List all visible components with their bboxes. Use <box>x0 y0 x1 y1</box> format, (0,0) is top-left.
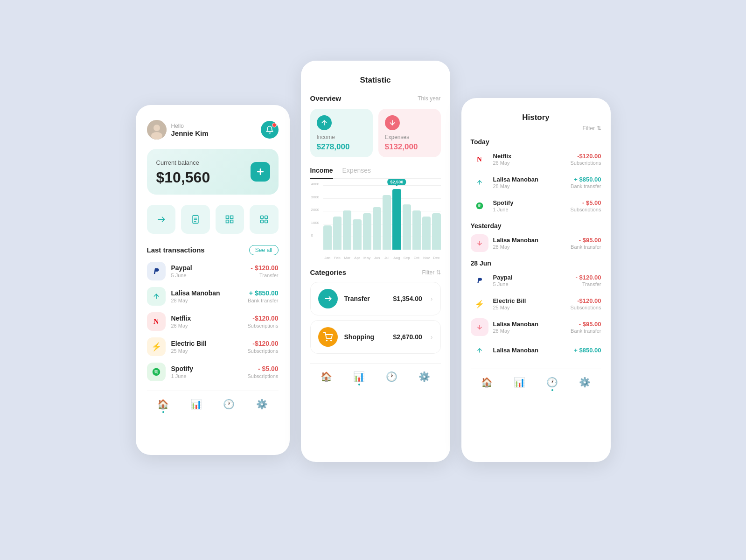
nav-stats[interactable]: 📊 <box>353 371 365 385</box>
nav-home[interactable]: 🏠 <box>321 371 332 385</box>
list-item[interactable]: Paypal 5 June - $120.00 Transfer <box>471 272 601 289</box>
txn-details: Paypal 5 June <box>171 264 245 278</box>
history-filter-button[interactable]: Filter ⇅ <box>583 125 601 132</box>
lalisa-up-icon <box>471 234 488 252</box>
qa-scan-button[interactable] <box>216 205 244 234</box>
svg-rect-11 <box>226 220 229 223</box>
see-all-button[interactable]: See all <box>249 245 279 255</box>
overview-label: Overview <box>310 94 342 102</box>
qa-document-button[interactable] <box>181 205 210 234</box>
right-card: History Filter ⇅ Today N Netflix 26 May … <box>461 98 611 462</box>
overview-cards: Income $278,000 Expenses $132,000 <box>310 109 441 157</box>
history-title: History <box>471 113 601 122</box>
nav-settings[interactable]: ⚙️ <box>256 399 268 413</box>
svg-rect-15 <box>260 220 263 223</box>
filter-button[interactable]: Filter ⇅ <box>422 269 441 276</box>
categories-header: Categories Filter ⇅ <box>310 268 441 276</box>
category-transfer[interactable]: Transfer $1,354.00 › <box>310 282 441 315</box>
notification-button[interactable] <box>261 121 279 139</box>
nav-history[interactable]: 🕐 <box>223 399 235 413</box>
nav-home[interactable]: 🏠 <box>481 377 493 391</box>
expense-icon <box>385 115 400 130</box>
transactions-header: Last transactions See all <box>147 245 279 255</box>
list-item[interactable]: Lalisa Manoban + $850.00 <box>471 342 601 359</box>
income-icon <box>317 115 332 130</box>
table-row[interactable]: Spotify 1 June - $5.00 Subscriptions <box>147 363 279 381</box>
list-item[interactable]: N Netflix 26 May -$120.00 Subscriptions <box>471 150 601 168</box>
year-select[interactable]: This year <box>418 95 440 102</box>
qa-grid-button[interactable] <box>250 205 279 234</box>
left-header: Hello Jennie Kim <box>147 120 279 140</box>
nav-home[interactable]: 🏠 <box>157 399 169 413</box>
center-title: Statistic <box>310 76 441 85</box>
svg-point-21 <box>326 340 327 341</box>
spotify-icon <box>147 363 166 381</box>
svg-rect-13 <box>260 216 263 218</box>
table-row[interactable]: Lalisa Manoban 28 May + $850.00 Bank tra… <box>147 287 279 306</box>
user-name: Jennie Kim <box>171 129 209 137</box>
balance-card: Current balance $10,560 <box>147 149 279 195</box>
txn-amount: - $120.00 Transfer <box>251 264 278 278</box>
income-label: Income <box>317 134 366 140</box>
income-amount: $278,000 <box>317 142 366 152</box>
category-shopping[interactable]: Shopping $2,670.00 › <box>310 320 441 354</box>
qa-transfer-button[interactable] <box>147 205 176 234</box>
svg-point-22 <box>330 340 331 341</box>
nav-history[interactable]: 🕐 <box>386 371 397 385</box>
bar-chart: 40003000200010000$2,500JanFebMarAprMayJu… <box>310 185 441 260</box>
center-bottom-nav: 🏠 📊 🕐 ⚙️ <box>310 363 441 387</box>
electric-icon: ⚡ <box>471 295 488 313</box>
svg-rect-12 <box>230 220 233 223</box>
right-bottom-nav: 🏠 📊 🕐 ⚙️ <box>471 369 601 393</box>
lalisa-down2-icon <box>471 342 488 359</box>
left-bottom-nav: 🏠 📊 🕐 ⚙️ <box>147 391 279 415</box>
table-row[interactable]: Paypal 5 June - $120.00 Transfer <box>147 262 279 280</box>
svg-rect-16 <box>265 220 267 223</box>
spotify-icon <box>471 197 488 215</box>
group-today: Today <box>471 138 601 146</box>
categories-label: Categories <box>310 268 347 276</box>
quick-actions <box>147 205 279 234</box>
table-row[interactable]: ⚡ Electric Bill 25 May -$120.00 Subscrip… <box>147 337 279 356</box>
expense-card: Expenses $132,000 <box>378 109 441 157</box>
electric-icon: ⚡ <box>147 337 166 356</box>
shopping-cat-icon <box>318 327 338 347</box>
tab-income[interactable]: Income <box>310 167 333 179</box>
list-item[interactable]: Lalisa Manoban 28 May + $850.00 Bank tra… <box>471 174 601 191</box>
paypal-icon <box>471 272 488 289</box>
netflix-icon: N <box>147 312 166 331</box>
group-28jun: 28 Jun <box>471 259 601 267</box>
list-item[interactable]: Spotify 1 June - $5.00 Subscriptions <box>471 197 601 215</box>
avatar <box>147 120 167 140</box>
nav-stats[interactable]: 📊 <box>514 377 525 391</box>
overview-header: Overview This year <box>310 94 441 102</box>
list-item[interactable]: Lalisa Manoban 28 May - $95.00 Bank tran… <box>471 318 601 336</box>
list-item[interactable]: Lalisa Manoban 28 May - $95.00 Bank tran… <box>471 234 601 252</box>
history-yesterday-list: Lalisa Manoban 28 May - $95.00 Bank tran… <box>471 234 601 252</box>
add-button[interactable] <box>251 162 270 182</box>
expense-amount: $132,000 <box>385 142 434 152</box>
nav-history[interactable]: 🕐 <box>546 377 558 391</box>
lalisa-up2-icon <box>471 318 488 336</box>
svg-point-1 <box>153 125 160 131</box>
expense-label: Expenses <box>385 134 434 140</box>
user-info: Hello Jennie Kim <box>147 120 209 140</box>
tab-expenses[interactable]: Expenses <box>342 167 371 178</box>
history-today-list: N Netflix 26 May -$120.00 Subscriptions … <box>471 150 601 215</box>
history-filter: Filter ⇅ <box>471 125 601 132</box>
group-yesterday: Yesterday <box>471 222 601 230</box>
notification-badge <box>272 123 277 127</box>
left-card: Hello Jennie Kim Current balance $10,560 <box>136 105 290 455</box>
transaction-list: Paypal 5 June - $120.00 Transfer Lalisa … <box>147 262 279 381</box>
nav-settings[interactable]: ⚙️ <box>579 377 591 391</box>
transfer-cat-icon <box>318 289 338 308</box>
svg-rect-14 <box>265 216 267 218</box>
nav-settings[interactable]: ⚙️ <box>418 371 430 385</box>
lalisa-icon <box>147 287 166 306</box>
center-card: Statistic Overview This year Income $278… <box>301 61 450 462</box>
screens-container: Hello Jennie Kim Current balance $10,560 <box>117 51 629 509</box>
chart-tabs: Income Expenses <box>310 167 441 179</box>
table-row[interactable]: N Netflix 26 May -$120.00 Subscriptions <box>147 312 279 331</box>
list-item[interactable]: ⚡ Electric Bill 25 May -$120.00 Subscrip… <box>471 295 601 313</box>
nav-stats[interactable]: 📊 <box>190 399 202 413</box>
